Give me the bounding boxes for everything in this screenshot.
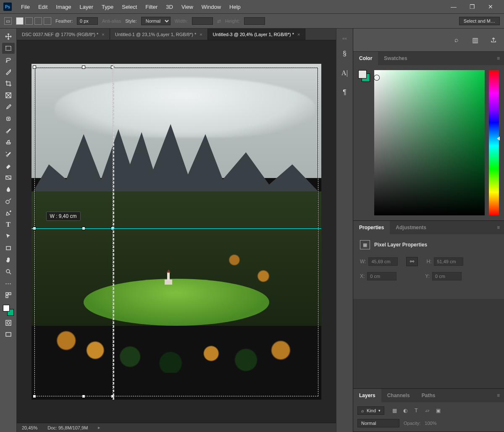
blur-tool[interactable] xyxy=(2,184,15,195)
filter-type-icon[interactable]: T xyxy=(412,407,420,414)
window-maximize-button[interactable]: ❐ xyxy=(467,2,477,12)
quick-mask-icon[interactable] xyxy=(2,317,15,328)
prop-y-input[interactable] xyxy=(432,272,462,280)
document-tab[interactable]: Untitled-3 @ 20,4% (Layer 1, RGB/8*) *× xyxy=(208,29,306,40)
strip-collapse-icon[interactable]: «« xyxy=(336,36,353,40)
menu-3d[interactable]: 3D xyxy=(162,2,177,12)
menu-file[interactable]: File xyxy=(17,2,34,12)
edit-toolbar-icon[interactable] xyxy=(2,290,15,301)
magic-wand-tool[interactable] xyxy=(2,66,15,77)
prop-w-input[interactable] xyxy=(368,257,398,266)
tab-properties[interactable]: Properties xyxy=(353,221,390,234)
zoom-level[interactable]: 20,45% xyxy=(22,425,37,430)
tool-preset-icon[interactable]: ▭ xyxy=(4,17,12,25)
canvas-area[interactable]: ↔ ↔ W : 9,40 cm xyxy=(17,40,336,423)
brush-tool[interactable] xyxy=(2,125,15,136)
doc-size[interactable]: Doc: 95,8M/107,9M xyxy=(47,425,88,430)
filter-shape-icon[interactable]: ▱ xyxy=(423,407,431,414)
close-tab-icon[interactable]: × xyxy=(297,32,300,37)
layer-filter-kind[interactable]: ⌕ Kind ▾ xyxy=(357,406,384,415)
close-tab-icon[interactable]: × xyxy=(200,32,202,37)
filter-pixel-icon[interactable]: ▦ xyxy=(390,407,399,414)
color-field[interactable] xyxy=(374,70,485,215)
clone-stamp-tool[interactable] xyxy=(2,137,15,148)
options-bar: ▭ Feather: Anti-alias Style: Normal Widt… xyxy=(0,13,504,29)
rectangle-shape-tool[interactable] xyxy=(2,243,15,254)
tab-layers[interactable]: Layers xyxy=(353,389,381,402)
lasso-tool[interactable] xyxy=(2,55,15,65)
hue-slider-handle[interactable] xyxy=(497,136,500,141)
opacity-value[interactable]: 100% xyxy=(425,421,436,426)
filter-smart-icon[interactable]: ▣ xyxy=(434,407,442,414)
menu-window[interactable]: Window xyxy=(197,2,225,12)
more-tools[interactable]: ⋯ xyxy=(2,278,15,289)
gradient-tool[interactable] xyxy=(2,172,15,183)
window-close-button[interactable]: ✕ xyxy=(486,2,496,12)
horizontal-guide[interactable] xyxy=(32,228,321,229)
move-tool[interactable] xyxy=(2,31,15,42)
layers-panel-menu-icon[interactable]: ≡ xyxy=(493,389,504,402)
marquee-mode-icons[interactable] xyxy=(16,17,51,25)
tab-color[interactable]: Color xyxy=(353,52,378,65)
hand-tool[interactable] xyxy=(2,254,15,265)
document-tab[interactable]: DSC 0037.NEF @ 1770% (RGB/8*) *× xyxy=(17,29,110,40)
dodge-tool[interactable] xyxy=(2,196,15,207)
link-wh-button[interactable]: ⚯ xyxy=(406,257,418,266)
eraser-tool[interactable] xyxy=(2,160,15,171)
arrange-documents-icon[interactable]: ▥ xyxy=(470,35,480,45)
zoom-tool[interactable] xyxy=(2,266,15,277)
menu-edit[interactable]: Edit xyxy=(34,2,52,12)
menu-filter[interactable]: Filter xyxy=(141,2,162,12)
type-tool[interactable]: T xyxy=(2,219,15,230)
share-icon[interactable] xyxy=(489,35,498,45)
feather-input[interactable] xyxy=(77,17,98,25)
properties-panel-menu-icon[interactable]: ≡ xyxy=(493,221,504,234)
prop-h-input[interactable] xyxy=(434,257,463,266)
height-input xyxy=(244,17,265,25)
select-and-mask-button[interactable]: Select and M… xyxy=(459,17,500,25)
menu-select[interactable]: Select xyxy=(118,2,141,12)
tab-channels[interactable]: Channels xyxy=(381,389,416,402)
history-panel-icon[interactable]: § xyxy=(339,48,351,60)
tab-adjustments[interactable]: Adjustments xyxy=(390,221,432,234)
style-select[interactable]: Normal xyxy=(141,17,171,25)
status-arrow-icon[interactable]: ▸ xyxy=(98,425,100,430)
color-fg-bg-swatches[interactable] xyxy=(358,70,370,215)
document-tab[interactable]: Untitled-1 @ 23,1% (Layer 1, RGB/8*) *× xyxy=(110,29,208,40)
rectangular-marquee-tool[interactable] xyxy=(2,43,15,54)
paragraph-panel-icon[interactable]: ¶ xyxy=(339,86,351,98)
feather-label: Feather: xyxy=(55,18,73,24)
blend-mode-select[interactable]: Normal xyxy=(357,419,399,427)
spot-healing-tool[interactable] xyxy=(2,113,15,124)
color-panel-menu-icon[interactable]: ≡ xyxy=(493,52,504,65)
menu-view[interactable]: View xyxy=(177,2,197,12)
transform-bounding-box[interactable] xyxy=(34,67,318,396)
layers-panel: Layers Channels Paths ≡ ⌕ Kind ▾ ▦ xyxy=(353,389,504,432)
menu-image[interactable]: Image xyxy=(52,2,75,12)
tab-paths[interactable]: Paths xyxy=(416,389,441,402)
prop-w-label: W: xyxy=(360,259,366,264)
tab-swatches[interactable]: Swatches xyxy=(378,52,413,65)
character-panel-icon[interactable]: A| xyxy=(339,67,351,79)
menu-layer[interactable]: Layer xyxy=(76,2,98,12)
menu-type[interactable]: Type xyxy=(97,2,118,12)
search-icon[interactable]: ⌕ xyxy=(452,35,461,45)
path-selection-tool[interactable] xyxy=(2,231,15,242)
history-brush-tool[interactable] xyxy=(2,149,15,160)
eyedropper-tool[interactable] xyxy=(2,102,15,113)
prop-x-input[interactable] xyxy=(367,272,396,280)
toolbox: T ⋯ xyxy=(0,29,17,432)
frame-tool[interactable] xyxy=(2,90,15,101)
menu-help[interactable]: Help xyxy=(225,2,245,12)
document-canvas[interactable]: ↔ ↔ W : 9,40 cm xyxy=(32,64,321,400)
close-tab-icon[interactable]: × xyxy=(102,32,104,37)
hue-slider[interactable] xyxy=(489,70,499,215)
crop-tool[interactable] xyxy=(2,78,15,89)
layer-filter-icons[interactable]: ▦ ◐ T ▱ ▣ xyxy=(390,407,442,414)
window-minimize-button[interactable]: — xyxy=(449,2,459,12)
filter-adjust-icon[interactable]: ◐ xyxy=(401,407,410,414)
pen-tool[interactable] xyxy=(2,207,15,218)
color-cursor[interactable] xyxy=(374,75,379,80)
screen-mode-icon[interactable] xyxy=(2,329,15,340)
foreground-background-colors[interactable] xyxy=(2,304,15,317)
